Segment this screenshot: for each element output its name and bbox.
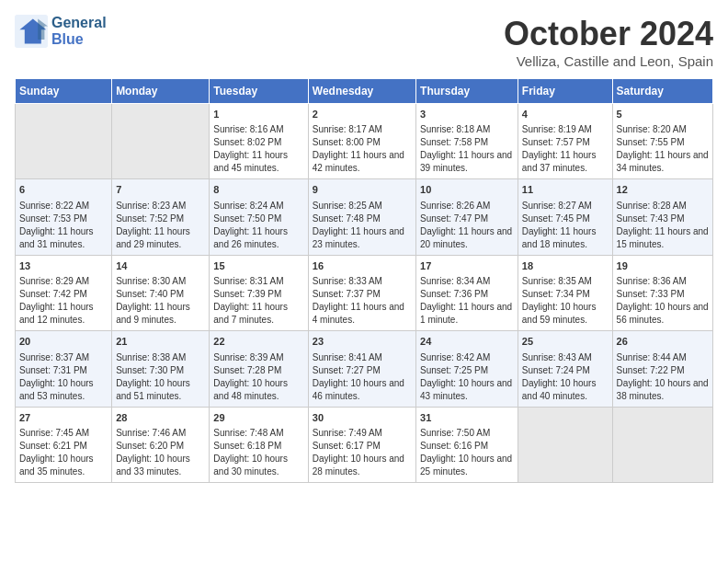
month-title: October 2024: [504, 15, 713, 53]
calendar-day-cell: 9Sunrise: 8:25 AM Sunset: 7:48 PM Daylig…: [308, 179, 415, 255]
calendar-table: SundayMondayTuesdayWednesdayThursdayFrid…: [15, 78, 713, 483]
weekday-header-cell: Sunday: [16, 79, 112, 104]
day-number: 17: [420, 259, 514, 273]
logo-text: General Blue: [51, 15, 107, 48]
header: General Blue October 2024 Velliza, Casti…: [15, 15, 713, 69]
calendar-day-cell: 3Sunrise: 8:18 AM Sunset: 7:58 PM Daylig…: [416, 104, 518, 179]
day-number: 26: [617, 335, 709, 349]
day-info: Sunrise: 8:43 AM Sunset: 7:24 PM Dayligh…: [522, 351, 609, 403]
logo-area: General Blue: [15, 15, 107, 48]
day-number: 29: [213, 411, 303, 425]
day-number: 25: [522, 335, 609, 349]
calendar-day-cell: 10Sunrise: 8:26 AM Sunset: 7:47 PM Dayli…: [416, 179, 518, 255]
calendar-day-cell: [112, 104, 210, 179]
calendar-week-row: 1Sunrise: 8:16 AM Sunset: 8:02 PM Daylig…: [16, 104, 713, 179]
day-info: Sunrise: 8:42 AM Sunset: 7:25 PM Dayligh…: [420, 351, 514, 403]
weekday-header-cell: Friday: [518, 79, 612, 104]
weekday-header-cell: Thursday: [416, 79, 518, 104]
day-number: 19: [617, 259, 709, 273]
day-number: 4: [522, 108, 609, 121]
day-number: 27: [19, 411, 108, 425]
day-info: Sunrise: 8:37 AM Sunset: 7:31 PM Dayligh…: [19, 351, 108, 403]
day-info: Sunrise: 8:20 AM Sunset: 7:55 PM Dayligh…: [617, 123, 709, 175]
day-info: Sunrise: 8:38 AM Sunset: 7:30 PM Dayligh…: [116, 351, 205, 403]
calendar-day-cell: 6Sunrise: 8:22 AM Sunset: 7:53 PM Daylig…: [16, 179, 112, 255]
calendar-day-cell: 29Sunrise: 7:48 AM Sunset: 6:18 PM Dayli…: [210, 407, 308, 482]
day-number: 12: [617, 183, 709, 197]
calendar-day-cell: 13Sunrise: 8:29 AM Sunset: 7:42 PM Dayli…: [16, 255, 112, 330]
calendar-week-row: 6Sunrise: 8:22 AM Sunset: 7:53 PM Daylig…: [16, 179, 713, 255]
day-info: Sunrise: 8:30 AM Sunset: 7:40 PM Dayligh…: [116, 275, 205, 327]
day-info: Sunrise: 8:24 AM Sunset: 7:50 PM Dayligh…: [213, 200, 303, 251]
calendar-day-cell: [518, 407, 612, 482]
day-info: Sunrise: 7:45 AM Sunset: 6:21 PM Dayligh…: [19, 427, 108, 478]
day-info: Sunrise: 8:44 AM Sunset: 7:22 PM Dayligh…: [617, 351, 709, 403]
calendar-day-cell: 19Sunrise: 8:36 AM Sunset: 7:33 PM Dayli…: [612, 255, 712, 330]
calendar-day-cell: 18Sunrise: 8:35 AM Sunset: 7:34 PM Dayli…: [518, 255, 612, 330]
day-info: Sunrise: 8:34 AM Sunset: 7:36 PM Dayligh…: [420, 275, 514, 327]
calendar-day-cell: 25Sunrise: 8:43 AM Sunset: 7:24 PM Dayli…: [518, 331, 612, 407]
weekday-header-cell: Monday: [112, 79, 210, 104]
title-area: October 2024 Velliza, Castille and Leon,…: [504, 15, 713, 69]
calendar-header-row: SundayMondayTuesdayWednesdayThursdayFrid…: [16, 79, 713, 104]
calendar-day-cell: 27Sunrise: 7:45 AM Sunset: 6:21 PM Dayli…: [16, 407, 112, 482]
calendar-week-row: 13Sunrise: 8:29 AM Sunset: 7:42 PM Dayli…: [16, 255, 713, 330]
weekday-header-cell: Saturday: [612, 79, 712, 104]
calendar-day-cell: 15Sunrise: 8:31 AM Sunset: 7:39 PM Dayli…: [210, 255, 308, 330]
calendar-day-cell: 21Sunrise: 8:38 AM Sunset: 7:30 PM Dayli…: [112, 331, 210, 407]
day-info: Sunrise: 8:36 AM Sunset: 7:33 PM Dayligh…: [617, 275, 709, 327]
calendar-day-cell: 31Sunrise: 7:50 AM Sunset: 6:16 PM Dayli…: [416, 407, 518, 482]
calendar-week-row: 20Sunrise: 8:37 AM Sunset: 7:31 PM Dayli…: [16, 331, 713, 407]
calendar-day-cell: 28Sunrise: 7:46 AM Sunset: 6:20 PM Dayli…: [112, 407, 210, 482]
calendar-day-cell: 12Sunrise: 8:28 AM Sunset: 7:43 PM Dayli…: [612, 179, 712, 255]
calendar-day-cell: 14Sunrise: 8:30 AM Sunset: 7:40 PM Dayli…: [112, 255, 210, 330]
weekday-header-cell: Tuesday: [210, 79, 308, 104]
day-info: Sunrise: 7:46 AM Sunset: 6:20 PM Dayligh…: [116, 427, 205, 478]
day-number: 15: [213, 259, 303, 273]
calendar-day-cell: 20Sunrise: 8:37 AM Sunset: 7:31 PM Dayli…: [16, 331, 112, 407]
calendar-day-cell: 2Sunrise: 8:17 AM Sunset: 8:00 PM Daylig…: [308, 104, 415, 179]
calendar-day-cell: 26Sunrise: 8:44 AM Sunset: 7:22 PM Dayli…: [612, 331, 712, 407]
day-info: Sunrise: 8:22 AM Sunset: 7:53 PM Dayligh…: [19, 200, 108, 251]
calendar-body: 1Sunrise: 8:16 AM Sunset: 8:02 PM Daylig…: [16, 104, 713, 483]
day-number: 10: [420, 183, 514, 197]
day-info: Sunrise: 8:27 AM Sunset: 7:45 PM Dayligh…: [522, 200, 609, 251]
day-number: 14: [116, 259, 205, 273]
day-info: Sunrise: 7:50 AM Sunset: 6:16 PM Dayligh…: [420, 427, 514, 478]
day-number: 22: [213, 335, 303, 349]
day-info: Sunrise: 8:26 AM Sunset: 7:47 PM Dayligh…: [420, 200, 514, 251]
calendar-day-cell: 30Sunrise: 7:49 AM Sunset: 6:17 PM Dayli…: [308, 407, 415, 482]
calendar-day-cell: 8Sunrise: 8:24 AM Sunset: 7:50 PM Daylig…: [210, 179, 308, 255]
day-info: Sunrise: 8:28 AM Sunset: 7:43 PM Dayligh…: [617, 200, 709, 251]
day-number: 5: [617, 108, 709, 121]
day-number: 23: [313, 335, 412, 349]
calendar-day-cell: 4Sunrise: 8:19 AM Sunset: 7:57 PM Daylig…: [518, 104, 612, 179]
day-number: 3: [420, 108, 514, 121]
day-info: Sunrise: 8:23 AM Sunset: 7:52 PM Dayligh…: [116, 200, 205, 251]
location-title: Velliza, Castille and Leon, Spain: [504, 53, 713, 69]
day-number: 16: [313, 259, 412, 273]
day-number: 24: [420, 335, 514, 349]
day-info: Sunrise: 8:17 AM Sunset: 8:00 PM Dayligh…: [313, 123, 412, 175]
day-number: 9: [313, 183, 412, 197]
calendar-day-cell: 7Sunrise: 8:23 AM Sunset: 7:52 PM Daylig…: [112, 179, 210, 255]
day-number: 7: [116, 183, 205, 197]
calendar-day-cell: 5Sunrise: 8:20 AM Sunset: 7:55 PM Daylig…: [612, 104, 712, 179]
calendar-day-cell: 17Sunrise: 8:34 AM Sunset: 7:36 PM Dayli…: [416, 255, 518, 330]
day-info: Sunrise: 8:18 AM Sunset: 7:58 PM Dayligh…: [420, 123, 514, 175]
day-info: Sunrise: 7:48 AM Sunset: 6:18 PM Dayligh…: [213, 427, 303, 478]
calendar-day-cell: 16Sunrise: 8:33 AM Sunset: 7:37 PM Dayli…: [308, 255, 415, 330]
day-info: Sunrise: 8:29 AM Sunset: 7:42 PM Dayligh…: [19, 275, 108, 327]
day-info: Sunrise: 8:41 AM Sunset: 7:27 PM Dayligh…: [313, 351, 412, 403]
day-number: 20: [19, 335, 108, 349]
day-number: 8: [213, 183, 303, 197]
day-number: 28: [116, 411, 205, 425]
day-info: Sunrise: 7:49 AM Sunset: 6:17 PM Dayligh…: [313, 427, 412, 478]
weekday-header-cell: Wednesday: [308, 79, 415, 104]
calendar-day-cell: [16, 104, 112, 179]
day-number: 13: [19, 259, 108, 273]
day-number: 2: [313, 108, 412, 121]
day-number: 6: [19, 183, 108, 197]
day-number: 1: [213, 108, 303, 121]
calendar-day-cell: 1Sunrise: 8:16 AM Sunset: 8:02 PM Daylig…: [210, 104, 308, 179]
